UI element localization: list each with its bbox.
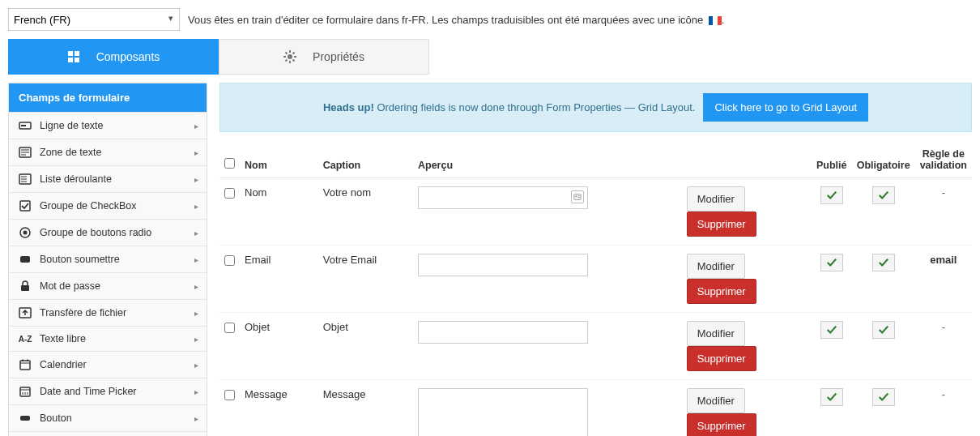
cell-caption: Message <box>318 380 413 437</box>
language-select[interactable]: French (FR) <box>8 8 180 31</box>
delete-button[interactable]: Supprimer <box>687 413 756 436</box>
cell-caption: Objet <box>318 313 413 380</box>
sidebar-item-datetime[interactable]: Date and Time Picker▸ <box>9 378 207 404</box>
language-select-wrap: French (FR) <box>8 8 180 31</box>
content: Heads up! Ordering fields is now done th… <box>219 83 972 436</box>
upload-icon <box>17 306 33 319</box>
sidebar-item-dropdown[interactable]: Liste déroulante▸ <box>9 165 207 192</box>
cell-validation: - <box>915 313 972 380</box>
components-icon <box>67 50 80 63</box>
alert-grid-layout-button[interactable]: Click here to go to Grid Layout <box>703 93 868 122</box>
tab-components[interactable]: Composants <box>8 39 219 75</box>
delete-button[interactable]: Supprimer <box>687 279 756 304</box>
edit-button[interactable]: Modifier <box>687 388 745 413</box>
sidebar-item-textarea[interactable]: Zone de texte▸ <box>9 139 207 165</box>
check-toggle[interactable] <box>820 186 843 204</box>
sidebar-item-label: Groupe de boutons radio <box>40 227 194 238</box>
select-all-checkbox[interactable] <box>224 158 235 169</box>
sidebar-item-checkbox[interactable]: Groupe de CheckBox▸ <box>9 192 207 219</box>
th-required: Obligatoire <box>852 142 915 178</box>
sidebar-item-text-line[interactable]: Ligne de texte▸ <box>9 112 207 139</box>
preview-input[interactable] <box>418 254 588 276</box>
sidebar-item-label: Zone de texte <box>40 147 194 158</box>
alert-banner: Heads up! Ordering fields is now done th… <box>219 83 972 132</box>
row-checkbox[interactable] <box>224 188 235 199</box>
sidebar-item-captcha[interactable]: CAPTCHA Antispam▸ <box>9 431 207 436</box>
caret-right-icon: ▸ <box>194 387 198 396</box>
cell-required <box>852 178 915 246</box>
calendar-icon <box>17 358 33 371</box>
delete-button[interactable]: Supprimer <box>687 346 756 371</box>
caret-right-icon: ▸ <box>194 361 198 370</box>
cell-published <box>812 313 852 380</box>
th-caption: Caption <box>318 142 413 178</box>
sidebar: Champs de formulaire Ligne de texte▸Zone… <box>8 83 207 436</box>
cell-published <box>812 380 852 437</box>
sidebar-item-label: Bouton soumettre <box>40 254 194 265</box>
svg-rect-30 <box>20 416 30 421</box>
check-toggle[interactable] <box>820 254 843 271</box>
cell-required <box>852 313 915 380</box>
dash: - <box>942 321 945 333</box>
cell-preview <box>413 380 682 437</box>
th-preview: Aperçu <box>413 142 682 178</box>
sidebar-item-calendar[interactable]: Calendrier▸ <box>9 351 207 378</box>
dropdown-icon <box>17 173 33 186</box>
sidebar-item-label: Bouton <box>40 412 194 424</box>
sidebar-item-label: Ligne de texte <box>40 120 194 131</box>
check-toggle[interactable] <box>872 321 895 339</box>
row-checkbox[interactable] <box>224 323 235 333</box>
check-toggle[interactable] <box>872 388 895 406</box>
cell-preview <box>413 246 682 313</box>
cell-required <box>852 380 915 437</box>
cell-published <box>812 178 852 246</box>
cell-validation: email <box>915 246 972 313</box>
sidebar-item-upload[interactable]: Transfère de fichier▸ <box>9 299 207 326</box>
dash: - <box>942 186 945 199</box>
submit-icon <box>17 253 33 266</box>
tab-properties[interactable]: Propriétés <box>219 39 429 75</box>
cell-required <box>852 246 915 313</box>
sidebar-item-button[interactable]: Bouton▸ <box>9 404 207 431</box>
sidebar-item-label: Liste déroulante <box>40 173 194 185</box>
check-toggle[interactable] <box>872 186 895 204</box>
cell-name: Message <box>240 380 318 437</box>
sidebar-item-freetext[interactable]: A-ZTexte libre▸ <box>9 326 207 351</box>
contact-card-icon <box>571 190 584 203</box>
svg-rect-0 <box>68 51 73 56</box>
properties-icon <box>283 50 296 63</box>
row-checkbox[interactable] <box>224 255 235 266</box>
edit-button[interactable]: Modifier <box>687 254 745 279</box>
sidebar-header: Champs de formulaire <box>9 83 207 112</box>
caret-right-icon: ▸ <box>194 229 198 237</box>
sidebar-item-password[interactable]: Mot de passe▸ <box>9 272 207 299</box>
sidebar-item-label: Mot de passe <box>40 280 194 292</box>
cell-validation: - <box>915 178 972 246</box>
svg-rect-18 <box>20 256 30 263</box>
sidebar-item-submit[interactable]: Bouton soumettre▸ <box>9 246 207 272</box>
caret-right-icon: ▸ <box>194 202 198 211</box>
check-toggle[interactable] <box>820 388 843 406</box>
cell-validation: - <box>915 380 972 437</box>
sidebar-item-radio[interactable]: Groupe de boutons radio▸ <box>9 219 207 246</box>
text-line-icon <box>17 119 33 132</box>
check-toggle[interactable] <box>820 321 843 339</box>
freetext-icon: A-Z <box>17 335 33 344</box>
svg-rect-21 <box>20 361 30 370</box>
delete-button[interactable]: Supprimer <box>687 212 756 237</box>
edit-button[interactable]: Modifier <box>687 186 745 212</box>
svg-rect-34 <box>577 197 580 198</box>
password-icon <box>17 280 33 293</box>
preview-input[interactable] <box>418 321 588 344</box>
check-toggle[interactable] <box>872 254 895 271</box>
caret-right-icon: ▸ <box>194 335 198 344</box>
tabs: Composants Propriétés <box>8 39 972 75</box>
preview-input[interactable] <box>418 186 588 209</box>
caret-right-icon: ▸ <box>194 282 198 291</box>
language-editing-text: Vous êtes en train d'éditer ce formulair… <box>188 14 724 26</box>
preview-textarea[interactable] <box>418 388 588 436</box>
svg-point-32 <box>575 195 577 197</box>
row-checkbox[interactable] <box>224 390 235 400</box>
edit-button[interactable]: Modifier <box>687 321 745 346</box>
svg-rect-6 <box>21 125 26 126</box>
